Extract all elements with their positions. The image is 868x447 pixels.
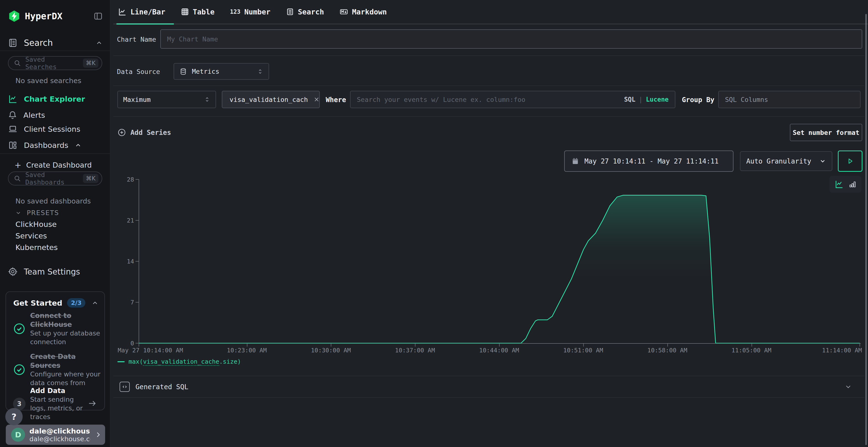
x-axis-label: 10:23:00 AM — [227, 347, 267, 354]
add-series-button[interactable]: Add Series — [117, 123, 171, 142]
saved-searches-input[interactable]: Saved Searches ⌘K — [8, 56, 102, 70]
x-axis-label: 10:58:00 AM — [647, 347, 687, 354]
sidebar-item-chart-explorer[interactable]: Chart Explorer — [8, 93, 103, 105]
chart-type-tabbar: Line/Bar Table 123 Number Search — [110, 0, 868, 25]
y-axis-tick — [135, 220, 139, 220]
dashboard-grid-icon — [8, 140, 18, 150]
tab-active-underline — [117, 23, 174, 25]
x-axis-label: 10:44:00 AM — [479, 347, 519, 354]
tab-number[interactable]: 123 Number — [229, 8, 272, 16]
aggregation-select[interactable]: Maximum — [117, 91, 216, 108]
tab-table[interactable]: Table — [180, 8, 216, 16]
data-source-select[interactable]: Metrics — [174, 63, 269, 80]
run-query-button[interactable] — [838, 150, 863, 172]
collapse-sidebar-icon[interactable] — [94, 11, 103, 21]
divider — [0, 153, 110, 154]
chart-name-input[interactable] — [160, 29, 862, 49]
hyperdx-app: HyperDX Search Saved Searches ⌘K No save… — [0, 0, 868, 447]
chevron-up-icon[interactable] — [91, 299, 99, 307]
number-123-icon: 123 — [230, 8, 240, 15]
add-series-label: Add Series — [130, 129, 171, 137]
create-dashboard-button[interactable]: + Create Dashboard — [14, 159, 103, 171]
get-started-item-add-data[interactable]: 3 Add Data Start sending logs, metrics, … — [13, 386, 100, 421]
tab-search[interactable]: Search — [285, 8, 325, 16]
x-axis-label: 11:05:00 AM — [732, 347, 772, 354]
check-circle-icon — [13, 352, 26, 387]
no-saved-dashboards-text: No saved dashboards — [16, 197, 91, 205]
tab-label: Number — [244, 8, 270, 16]
divider — [113, 56, 865, 56]
date-range-picker[interactable]: May 27 10:14:11 - May 27 11:14:11 — [564, 150, 734, 172]
divider — [113, 85, 865, 86]
chevron-down-icon — [844, 383, 852, 391]
chevron-up-icon — [95, 39, 103, 46]
get-started-item-connect[interactable]: Connect to ClickHouse Set up your databa… — [13, 311, 100, 346]
x-axis-tick — [138, 344, 139, 347]
x-axis-label: 10:30:00 AM — [311, 347, 351, 354]
x-axis-tick — [583, 344, 584, 347]
granularity-value: Auto Granularity — [746, 157, 811, 165]
chevron-updown-icon — [257, 68, 263, 75]
lucene-mode-toggle[interactable]: Lucene — [646, 96, 669, 103]
where-input[interactable] — [350, 91, 624, 108]
divider — [113, 116, 865, 117]
preset-clickhouse[interactable]: ClickHouse — [16, 219, 57, 230]
avatar: D — [11, 428, 25, 442]
table-icon — [181, 8, 189, 16]
tab-label: Line/Bar — [130, 8, 165, 16]
user-menu[interactable]: D dale@clickhouse.com dale@clickhouse.co… — [6, 424, 105, 445]
journal-icon — [8, 38, 18, 48]
remove-metric-icon[interactable] — [313, 96, 320, 103]
set-number-format-button[interactable]: Set number format — [790, 124, 862, 141]
preset-services[interactable]: Services — [16, 230, 47, 241]
tab-markdown[interactable]: Markdown — [339, 7, 388, 16]
chevron-right-icon — [94, 431, 102, 438]
hyperdx-logo-icon — [8, 10, 21, 23]
generated-sql-expander[interactable]: Generated SQL — [110, 376, 868, 398]
y-axis-tick — [135, 343, 139, 343]
tab-line-bar[interactable]: Line/Bar — [117, 7, 166, 16]
sql-mode-toggle[interactable]: SQL — [624, 96, 635, 103]
list-document-icon — [286, 8, 294, 16]
metric-chip[interactable]: visa_validation_cach — [222, 91, 320, 108]
scrollbar[interactable] — [865, 14, 867, 445]
x-axis-tick — [247, 344, 247, 347]
plus-icon: + — [14, 160, 22, 170]
sidebar-section-search[interactable]: Search — [8, 37, 103, 49]
help-button[interactable]: ? — [5, 408, 23, 425]
get-started-item-datasources[interactable]: Create Data Sources Configure where your… — [13, 352, 100, 387]
presets-toggle[interactable]: PRESETS — [15, 209, 59, 216]
no-saved-searches-text: No saved searches — [16, 77, 81, 85]
preset-label: Kubernetes — [16, 243, 58, 252]
sidebar-item-alerts[interactable]: Alerts — [8, 109, 103, 121]
preset-kubernetes[interactable]: Kubernetes — [16, 242, 58, 253]
search-icon — [14, 60, 21, 67]
create-dashboard-label: Create Dashboard — [26, 161, 92, 169]
arrow-right-icon — [88, 399, 97, 408]
team-settings-label: Team Settings — [24, 267, 80, 276]
line-chart-icon — [118, 7, 127, 16]
timeseries-chart[interactable] — [139, 179, 860, 343]
plus-circle-icon — [117, 128, 126, 137]
chevron-up-icon — [74, 142, 82, 149]
sidebar-item-client-sessions[interactable]: Client Sessions — [8, 123, 103, 135]
x-axis-tick — [668, 344, 668, 347]
divider — [113, 398, 865, 398]
legend-line-swatch — [117, 361, 125, 362]
y-axis-label: 14 — [111, 258, 134, 265]
tab-underline-track — [113, 23, 868, 25]
keyboard-shortcut-badge: ⌘K — [83, 174, 98, 183]
granularity-select[interactable]: Auto Granularity — [740, 151, 832, 171]
tab-label: Markdown — [352, 8, 387, 16]
saved-dashboards-input[interactable]: Saved Dashboards ⌘K — [8, 171, 102, 185]
saved-searches-placeholder: Saved Searches — [25, 56, 79, 71]
step-desc: Configure where your data comes from — [30, 370, 100, 387]
chevron-updown-icon — [204, 96, 210, 103]
get-started-header[interactable]: Get Started 2/3 — [13, 298, 99, 308]
group-by-input[interactable] — [718, 91, 861, 108]
chart-legend[interactable]: max(visa_validation_cache.size) — [117, 358, 241, 365]
sidebar-item-dashboards[interactable]: Dashboards — [8, 139, 103, 151]
check-circle-icon — [13, 311, 26, 346]
sidebar-item-team-settings[interactable]: Team Settings — [8, 266, 103, 278]
x-axis-tick — [499, 344, 500, 347]
